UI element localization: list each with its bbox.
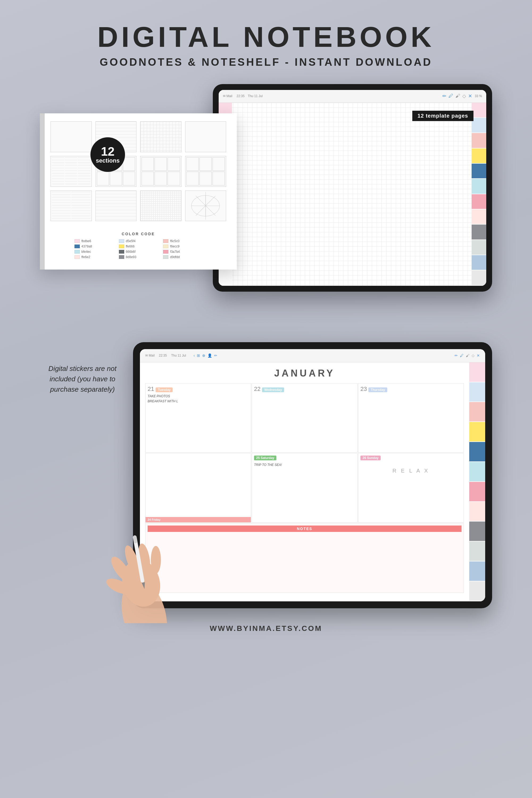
planner-tab-4 [469, 442, 485, 462]
right-tab-0 [472, 103, 486, 118]
toolbar2-mail: ✉ Mail [145, 354, 155, 357]
sections-badge: 12 sections [91, 137, 125, 172]
right-tab-10 [472, 255, 486, 270]
template-thumb-blank [51, 121, 92, 152]
tabs-right-top [472, 103, 486, 286]
swatch-box [163, 244, 168, 248]
bottom-tablet-wrapper: ✉ Mail 22:35 Thu 11 Jul ‹ ⊞ ⊕ 👤 ✏ ✏ 🖊 [40, 342, 492, 608]
template-thumb-boxes3 [185, 156, 226, 187]
sections-number: 12 [101, 145, 114, 157]
swatch-item: fbdbe6 [75, 239, 114, 243]
right-tab-3 [472, 148, 486, 164]
right-tab-1 [472, 118, 486, 133]
toolbar-time: 22:35 [236, 94, 244, 98]
toolbar2-right-icons: ✏ 🖊 🖌 ◇ ✕ [455, 353, 480, 358]
swatch-item: f6ecc9 [163, 244, 202, 248]
right-tab-5 [472, 179, 486, 194]
swatch-item: d9dfdd [163, 255, 202, 259]
template-thumb-blank2 [185, 121, 226, 152]
planner-month: JANUARY [145, 368, 464, 379]
toolbar2-time: 22:35 [159, 354, 167, 357]
pen-icon[interactable]: 🖊 [449, 93, 453, 99]
toolbar-left: ✉ Mail 22:35 Thu 11 Jul [223, 94, 440, 98]
sections-label: sections [96, 157, 119, 164]
notebook-spine [40, 113, 45, 270]
tablet-toolbar-top: ✉ Mail 22:35 Thu 11 Jul ✏ 🖊 🖌 ◇ ✕ 33 % [218, 90, 486, 103]
planner-day-22: 22Wednesday [252, 383, 358, 452]
toolbar-right: 33 % [475, 94, 482, 98]
planner-tab-2 [469, 402, 485, 422]
day-num-21: 21 [148, 386, 154, 392]
swatch-label: d5e5f4 [126, 239, 136, 243]
pencil-icon[interactable]: ✏ [442, 93, 446, 99]
swatch-item: 8d8e93 [119, 255, 158, 259]
right-tab-11 [472, 270, 486, 285]
swatch-item: 666b6f [119, 250, 158, 254]
planner-day-21: 21Tuesday TAKE PHOTOSBREAKFAST WITH L [145, 383, 251, 452]
swatch-label: f6ecc9 [170, 244, 179, 248]
template-thumb-lined2 [95, 190, 137, 221]
color-code-title: COLOR CODE [51, 232, 226, 236]
day-text-25: TRIP TO THE SEA! [254, 462, 355, 467]
toolbar-date: Thu 11 Jul [248, 94, 263, 98]
template-thumb-grid2 [140, 190, 182, 221]
swatch-box [75, 239, 80, 243]
add-icon[interactable]: ⊕ [202, 353, 205, 358]
footer: WWW.BYINMA.ETSY.COM [210, 624, 322, 633]
planner-tab-10 [469, 561, 485, 581]
toolbar2-date: Thu 11 Jul [171, 354, 186, 357]
swatch-label: d9dfdd [170, 255, 180, 259]
swatch-box [163, 255, 168, 259]
template-thumb-radial [185, 190, 226, 221]
planner-tab-0 [469, 363, 485, 383]
close-icon[interactable]: ✕ [468, 93, 472, 99]
person-icon[interactable]: 👤 [208, 353, 212, 358]
planner-day-23: 23Thursday [358, 383, 464, 452]
day-label-21: Tuesday [156, 387, 173, 392]
marker-icon[interactable]: 🖌 [455, 93, 460, 99]
swatch-label: 8d8e93 [126, 255, 136, 259]
grid-paper [218, 103, 472, 286]
planner-tab-9 [469, 541, 485, 561]
swatch-item: f6c5c0 [163, 239, 202, 243]
tablet-content-top [218, 103, 486, 286]
section-top: 12 sections [40, 84, 492, 310]
planner-day-26: 26 Sunday R E L A X [358, 453, 464, 523]
swatch-label: ffe666 [126, 244, 135, 248]
tablet-mockup-bottom: ✉ Mail 22:35 Thu 11 Jul ‹ ⊞ ⊕ 👤 ✏ ✏ 🖊 [133, 342, 492, 608]
swatch-box [119, 255, 124, 259]
marker2-icon[interactable]: 🖌 [466, 353, 470, 358]
grid-icon[interactable]: ⊞ [197, 353, 200, 358]
swatch-item: ffe6e2 [75, 255, 114, 259]
planner-tab-8 [469, 521, 485, 541]
right-tab-6 [472, 194, 486, 209]
right-tab-8 [472, 225, 486, 240]
edit-icon[interactable]: ✏ [214, 353, 217, 358]
close2-icon[interactable]: ✕ [477, 353, 480, 358]
swatch-box [75, 250, 80, 254]
battery-indicator: 33 % [475, 94, 482, 98]
toolbar-bottom: ✉ Mail 22:35 Thu 11 Jul ‹ ⊞ ⊕ 👤 ✏ ✏ 🖊 [140, 349, 485, 363]
day-num-23: 23 [360, 386, 367, 392]
planner-day-25: 25 Saturday TRIP TO THE SEA! [252, 453, 358, 523]
swatch-item: bfe4ec [75, 250, 114, 254]
day-label-25: 25 Saturday [254, 456, 277, 460]
pencil2-icon[interactable]: 🖊 [460, 353, 464, 358]
toolbar-mail: ✉ Mail [223, 94, 232, 98]
template-thumb-grid-sm [140, 121, 182, 152]
pen2-icon[interactable]: ✏ [455, 353, 458, 358]
swatch-label: bfe4ec [81, 250, 91, 254]
back-icon[interactable]: ‹ [193, 353, 195, 358]
swatch-item: f3a7b4 [163, 250, 202, 254]
eraser-icon[interactable]: ◇ [462, 93, 466, 99]
svg-point-5 [151, 546, 161, 574]
main-title: DIGITAL NOTEBOOK [97, 21, 435, 53]
color-code-section: COLOR CODE fbdbe6d5e5f4f6c5c04379a8ffe66… [51, 229, 226, 259]
swatch-box [75, 244, 80, 248]
svg-rect-8 [133, 535, 137, 544]
toolbar-icons: ✏ 🖊 🖌 ◇ ✕ [442, 93, 472, 99]
eraser2-icon[interactable]: ◇ [472, 353, 475, 358]
page-wrapper: DIGITAL NOTEBOOK GOODNOTES & NOTESHELF -… [0, 0, 532, 798]
template-thumb-columns1 [51, 156, 92, 187]
right-tab-7 [472, 209, 486, 225]
